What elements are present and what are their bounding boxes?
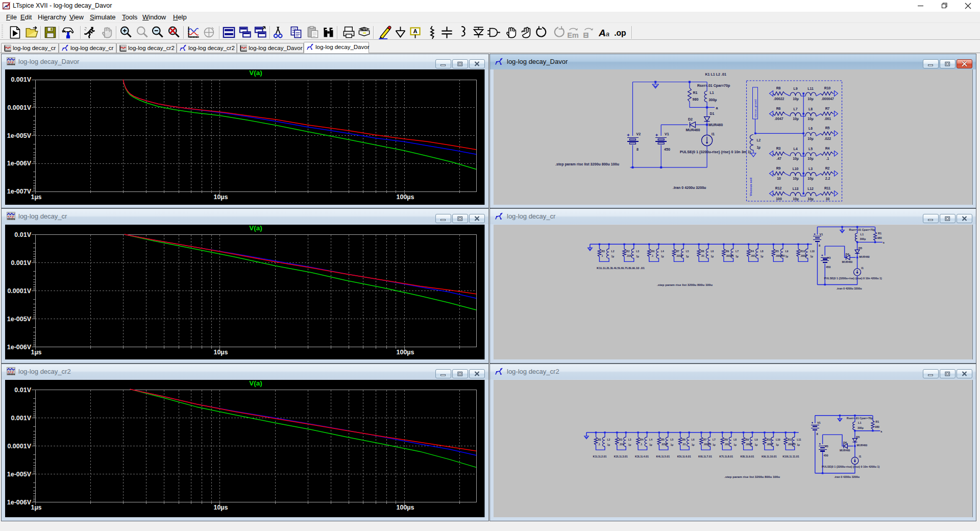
svg-text:V1: V1 (820, 233, 823, 236)
svg-text:R1: R1 (878, 232, 881, 235)
svg-text:.01: .01 (682, 443, 686, 446)
svg-text:R3: R3 (619, 438, 623, 441)
svg-text:L4: L4 (661, 250, 664, 253)
svg-text:R5: R5 (661, 438, 665, 441)
svg-text:Rser=.01 Cpar=70p: Rser=.01 Cpar=70p (697, 84, 730, 88)
svg-text:300µ: 300µ (709, 98, 717, 102)
svg-text:1e-005V: 1e-005V (7, 316, 32, 323)
svg-text:V2: V2 (636, 132, 641, 136)
svg-text:10µ: 10µ (807, 157, 814, 161)
svg-text:R3: R3 (601, 250, 605, 253)
svg-text:R9: R9 (776, 166, 781, 170)
svg-text:L11: L11 (807, 87, 814, 90)
svg-text:1µ: 1µ (670, 443, 673, 446)
svg-text:R4: R4 (825, 147, 830, 150)
svg-text:MUR460: MUR460 (842, 260, 853, 263)
svg-text:.000316: .000316 (775, 254, 785, 257)
svg-text:100µs: 100µs (396, 194, 414, 201)
svg-text:1e-006V: 1e-006V (7, 499, 32, 506)
svg-text:K3L1L4.01: K3L1L4.01 (635, 455, 649, 458)
svg-text:E: E (584, 31, 589, 39)
svg-text:K6L1L7.01: K6L1L7.01 (698, 455, 712, 458)
svg-text:R10: R10 (824, 86, 831, 90)
svg-text:R7: R7 (703, 438, 707, 441)
svg-text:.tran 0 4200u 3200u: .tran 0 4200u 3200u (834, 475, 860, 478)
svg-text:10: 10 (777, 177, 781, 180)
svg-text:L6: L6 (692, 438, 695, 441)
svg-text:.47: .47 (776, 157, 781, 160)
svg-text:.001: .001 (824, 117, 831, 120)
svg-text:300µ: 300µ (857, 426, 864, 429)
svg-text:viscous_ground: viscous_ground (754, 100, 757, 117)
svg-text:MUR460: MUR460 (840, 449, 850, 452)
svg-text:R7: R7 (825, 107, 830, 110)
svg-text:10µ: 10µ (793, 197, 799, 201)
svg-text:10µ: 10µ (807, 117, 814, 121)
svg-text:R12: R12 (775, 186, 782, 190)
svg-text:.000047: .000047 (821, 97, 834, 101)
svg-text:R2: R2 (598, 438, 602, 441)
svg-text:I1: I1 (859, 455, 862, 458)
svg-text:.001: .001 (724, 443, 729, 446)
svg-text:R8: R8 (724, 438, 728, 441)
svg-text:R5: R5 (775, 250, 779, 253)
svg-text:450: 450 (823, 454, 828, 457)
svg-text:.step param rise list 3200u 80: .step param rise list 3200u 800u 100u (555, 162, 619, 166)
svg-text:L7: L7 (794, 107, 798, 111)
svg-text:1: 1 (601, 254, 603, 257)
svg-text:R11: R11 (824, 186, 830, 190)
svg-text:R9: R9 (746, 438, 749, 441)
svg-text:R4: R4 (751, 250, 754, 253)
svg-text:R10: R10 (800, 250, 805, 253)
svg-text:1µ: 1µ (692, 443, 695, 446)
svg-text:D5: D5 (859, 247, 862, 250)
svg-text:V(a): V(a) (249, 380, 262, 387)
svg-text:.tran 0 4200u 3200u: .tran 0 4200u 3200u (837, 287, 862, 290)
svg-text:R6: R6 (682, 438, 686, 441)
svg-text:K5L1L6.01: K5L1L6.01 (677, 455, 691, 458)
svg-text:K1L1L2.01: K1L1L2.01 (593, 455, 607, 458)
svg-text:Rserr=.01 Cparr=70p: Rserr=.01 Cparr=70p (849, 228, 875, 231)
svg-text:L2: L2 (611, 250, 615, 253)
svg-text:10µs: 10µs (213, 194, 228, 201)
svg-text:MUR460: MUR460 (859, 255, 870, 258)
svg-text:R2: R2 (825, 166, 830, 170)
svg-text:450: 450 (664, 148, 670, 152)
svg-text:.00003: .00003 (788, 443, 796, 446)
svg-text:L12: L12 (807, 187, 814, 190)
svg-text:R7: R7 (676, 250, 680, 253)
svg-text:L6: L6 (710, 250, 714, 253)
svg-text:I1: I1 (861, 267, 864, 270)
svg-text:R9: R9 (726, 250, 729, 253)
svg-text:R4: R4 (640, 438, 644, 441)
svg-text:R6: R6 (776, 107, 781, 110)
svg-text:1µs: 1µs (31, 504, 41, 511)
svg-text:10µ: 10µ (793, 177, 799, 181)
svg-text:K4L1L5.01: K4L1L5.01 (656, 455, 670, 458)
svg-text:450: 450 (826, 266, 830, 269)
svg-text:Em: Em (567, 31, 579, 39)
svg-text:Rserr=.01 Cparr=70p: Rserr=.01 Cparr=70p (847, 417, 873, 420)
svg-text:1e-005V: 1e-005V (7, 471, 32, 478)
svg-text:.op: .op (614, 29, 626, 37)
svg-text:K8L1L9.01: K8L1L9.01 (741, 455, 754, 458)
svg-text:L4: L4 (794, 147, 798, 151)
svg-text:Viscous soil: Viscous soil (749, 178, 752, 196)
svg-text:K10L1L11.01: K10L1L11.01 (782, 455, 799, 458)
svg-text:.0001: .0001 (767, 443, 773, 446)
svg-text:10µ: 10µ (793, 117, 799, 121)
svg-text:0.0001V: 0.0001V (7, 104, 31, 111)
svg-text:8: 8 (636, 148, 639, 152)
svg-text:980: 980 (875, 425, 879, 428)
svg-text:D6: D6 (843, 441, 847, 444)
svg-text:A: A (413, 28, 417, 34)
svg-text:.00316: .00316 (703, 443, 712, 446)
svg-text:1e-006V: 1e-006V (7, 344, 32, 351)
svg-text:1µs: 1µs (31, 349, 41, 356)
svg-text:980: 980 (693, 98, 699, 102)
svg-text:.0047: .0047 (774, 117, 783, 120)
svg-text:1µ: 1µ (736, 255, 739, 258)
svg-text:1µ: 1µ (755, 443, 758, 446)
svg-text:MUR460: MUR460 (857, 444, 868, 447)
svg-text:1µ: 1µ (757, 146, 761, 150)
